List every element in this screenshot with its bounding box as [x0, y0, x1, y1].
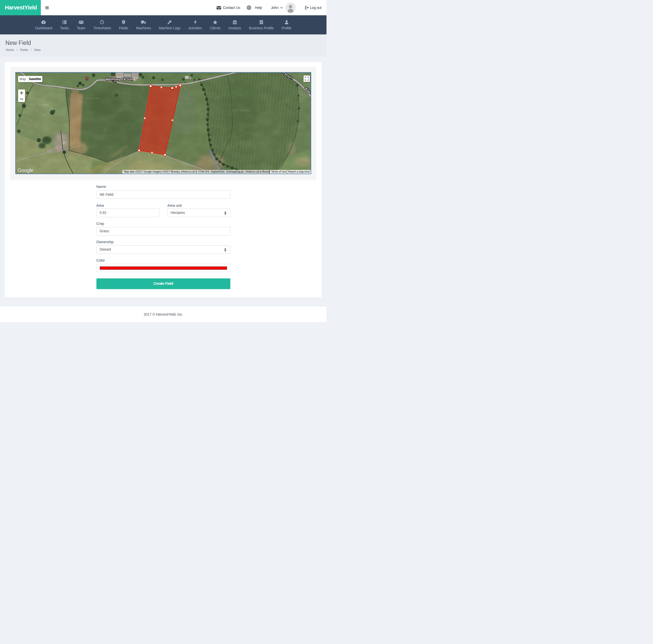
svg-text:Map data ©2017 Google Imagery: Map data ©2017 Google Imagery ©2017 Blue…	[124, 170, 271, 173]
svg-text:Walmsley J & Son: Walmsley J & Son	[105, 77, 133, 81]
svg-text:Report a map error: Report a map error	[288, 170, 310, 173]
svg-text:2017 Google: 2017 Google	[81, 96, 100, 100]
svg-text:2017 Google: 2017 Google	[232, 108, 250, 112]
svg-text:Terms of Use: Terms of Use	[271, 170, 286, 173]
svg-text:2017 Google: 2017 Google	[30, 103, 49, 106]
